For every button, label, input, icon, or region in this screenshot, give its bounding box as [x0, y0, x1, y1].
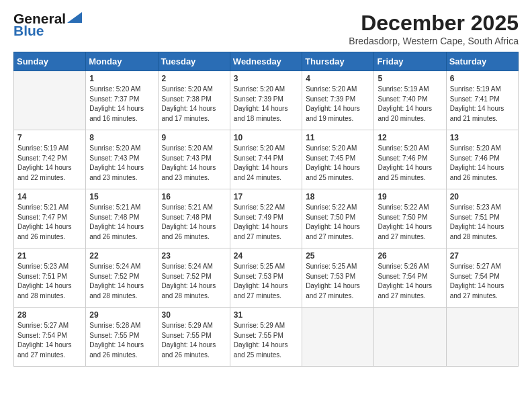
calendar-cell: 28Sunrise: 5:27 AM Sunset: 7:54 PM Dayli… — [14, 308, 86, 367]
day-header-tuesday: Tuesday — [158, 52, 230, 71]
calendar-cell: 11Sunrise: 5:20 AM Sunset: 7:45 PM Dayli… — [302, 130, 374, 189]
day-header-thursday: Thursday — [302, 52, 374, 71]
day-info: Sunrise: 5:28 AM Sunset: 7:55 PM Dayligh… — [89, 321, 154, 360]
calendar-week-3: 14Sunrise: 5:21 AM Sunset: 7:47 PM Dayli… — [14, 189, 519, 248]
day-info: Sunrise: 5:20 AM Sunset: 7:37 PM Dayligh… — [89, 85, 154, 124]
day-number: 20 — [450, 192, 515, 201]
svg-marker-0 — [67, 12, 82, 23]
day-info: Sunrise: 5:19 AM Sunset: 7:40 PM Dayligh… — [378, 85, 442, 124]
day-info: Sunrise: 5:20 AM Sunset: 7:39 PM Dayligh… — [234, 85, 298, 124]
day-info: Sunrise: 5:19 AM Sunset: 7:42 PM Dayligh… — [17, 144, 82, 183]
day-number: 10 — [234, 133, 298, 142]
day-info: Sunrise: 5:20 AM Sunset: 7:43 PM Dayligh… — [162, 144, 226, 183]
calendar-week-1: 1Sunrise: 5:20 AM Sunset: 7:37 PM Daylig… — [14, 71, 519, 130]
day-number: 21 — [17, 251, 82, 261]
calendar-cell: 16Sunrise: 5:21 AM Sunset: 7:48 PM Dayli… — [158, 189, 230, 248]
calendar-week-5: 28Sunrise: 5:27 AM Sunset: 7:54 PM Dayli… — [14, 308, 519, 367]
day-info: Sunrise: 5:25 AM Sunset: 7:53 PM Dayligh… — [306, 262, 370, 301]
calendar-cell — [302, 308, 374, 367]
day-header-monday: Monday — [86, 52, 158, 71]
day-header-sunday: Sunday — [14, 52, 86, 71]
calendar-cell: 18Sunrise: 5:22 AM Sunset: 7:50 PM Dayli… — [302, 189, 374, 248]
day-info: Sunrise: 5:20 AM Sunset: 7:38 PM Dayligh… — [162, 85, 226, 124]
page-header: General Blue December 2025 Bredasdorp, W… — [13, 11, 519, 46]
day-info: Sunrise: 5:20 AM Sunset: 7:44 PM Dayligh… — [234, 144, 298, 183]
calendar-cell: 2Sunrise: 5:20 AM Sunset: 7:38 PM Daylig… — [158, 71, 230, 130]
calendar-cell: 19Sunrise: 5:22 AM Sunset: 7:50 PM Dayli… — [374, 189, 446, 248]
calendar-cell: 17Sunrise: 5:22 AM Sunset: 7:49 PM Dayli… — [230, 189, 302, 248]
calendar-cell: 26Sunrise: 5:26 AM Sunset: 7:54 PM Dayli… — [374, 248, 446, 308]
day-info: Sunrise: 5:23 AM Sunset: 7:51 PM Dayligh… — [17, 262, 82, 301]
day-number: 18 — [306, 192, 370, 201]
day-number: 19 — [378, 192, 442, 201]
calendar-cell: 15Sunrise: 5:21 AM Sunset: 7:48 PM Dayli… — [86, 189, 158, 248]
day-number: 2 — [162, 74, 226, 83]
calendar-cell: 20Sunrise: 5:23 AM Sunset: 7:51 PM Dayli… — [446, 189, 518, 248]
calendar-cell — [374, 308, 446, 367]
day-number: 23 — [162, 251, 226, 261]
calendar-cell: 9Sunrise: 5:20 AM Sunset: 7:43 PM Daylig… — [158, 130, 230, 189]
month-title: December 2025 — [349, 11, 519, 36]
day-number: 11 — [306, 133, 370, 142]
logo-icon — [67, 12, 82, 23]
calendar-header-row: SundayMondayTuesdayWednesdayThursdayFrid… — [14, 52, 519, 71]
calendar-table: SundayMondayTuesdayWednesdayThursdayFrid… — [13, 52, 519, 367]
calendar-cell: 10Sunrise: 5:20 AM Sunset: 7:44 PM Dayli… — [230, 130, 302, 189]
day-info: Sunrise: 5:22 AM Sunset: 7:49 PM Dayligh… — [234, 203, 298, 242]
day-number: 5 — [378, 74, 442, 83]
day-number: 17 — [234, 192, 298, 201]
calendar-cell: 12Sunrise: 5:20 AM Sunset: 7:46 PM Dayli… — [374, 130, 446, 189]
calendar-cell: 24Sunrise: 5:25 AM Sunset: 7:53 PM Dayli… — [230, 248, 302, 308]
day-number: 26 — [378, 251, 442, 261]
day-info: Sunrise: 5:27 AM Sunset: 7:54 PM Dayligh… — [450, 262, 515, 301]
day-number: 24 — [234, 251, 298, 261]
day-number: 31 — [234, 310, 298, 320]
day-info: Sunrise: 5:29 AM Sunset: 7:55 PM Dayligh… — [234, 321, 298, 360]
calendar-cell: 1Sunrise: 5:20 AM Sunset: 7:37 PM Daylig… — [86, 71, 158, 130]
day-number: 6 — [450, 74, 515, 83]
calendar-week-4: 21Sunrise: 5:23 AM Sunset: 7:51 PM Dayli… — [14, 248, 519, 308]
day-number: 16 — [162, 192, 226, 201]
day-info: Sunrise: 5:22 AM Sunset: 7:50 PM Dayligh… — [306, 203, 370, 242]
day-number: 22 — [89, 251, 154, 261]
calendar-cell: 29Sunrise: 5:28 AM Sunset: 7:55 PM Dayli… — [86, 308, 158, 367]
day-header-wednesday: Wednesday — [230, 52, 302, 71]
day-header-saturday: Saturday — [446, 52, 518, 71]
calendar-cell: 30Sunrise: 5:29 AM Sunset: 7:55 PM Dayli… — [158, 308, 230, 367]
logo-blue: Blue — [13, 23, 44, 39]
day-number: 30 — [162, 310, 226, 320]
day-info: Sunrise: 5:21 AM Sunset: 7:48 PM Dayligh… — [162, 203, 226, 242]
calendar-cell: 21Sunrise: 5:23 AM Sunset: 7:51 PM Dayli… — [14, 248, 86, 308]
calendar-cell: 7Sunrise: 5:19 AM Sunset: 7:42 PM Daylig… — [14, 130, 86, 189]
calendar-cell: 3Sunrise: 5:20 AM Sunset: 7:39 PM Daylig… — [230, 71, 302, 130]
day-info: Sunrise: 5:24 AM Sunset: 7:52 PM Dayligh… — [162, 262, 226, 301]
logo: General Blue — [13, 11, 82, 39]
day-info: Sunrise: 5:22 AM Sunset: 7:50 PM Dayligh… — [378, 203, 442, 242]
day-number: 1 — [89, 74, 154, 83]
day-number: 27 — [450, 251, 515, 261]
calendar-cell: 6Sunrise: 5:19 AM Sunset: 7:41 PM Daylig… — [446, 71, 518, 130]
day-info: Sunrise: 5:27 AM Sunset: 7:54 PM Dayligh… — [17, 321, 82, 360]
calendar-cell: 23Sunrise: 5:24 AM Sunset: 7:52 PM Dayli… — [158, 248, 230, 308]
day-info: Sunrise: 5:26 AM Sunset: 7:54 PM Dayligh… — [378, 262, 442, 301]
day-number: 9 — [162, 133, 226, 142]
calendar-cell: 27Sunrise: 5:27 AM Sunset: 7:54 PM Dayli… — [446, 248, 518, 308]
calendar-cell: 5Sunrise: 5:19 AM Sunset: 7:40 PM Daylig… — [374, 71, 446, 130]
location: Bredasdorp, Western Cape, South Africa — [349, 36, 519, 46]
calendar-cell: 4Sunrise: 5:20 AM Sunset: 7:39 PM Daylig… — [302, 71, 374, 130]
calendar-cell: 8Sunrise: 5:20 AM Sunset: 7:43 PM Daylig… — [86, 130, 158, 189]
day-number: 29 — [89, 310, 154, 320]
day-info: Sunrise: 5:21 AM Sunset: 7:48 PM Dayligh… — [89, 203, 154, 242]
day-info: Sunrise: 5:20 AM Sunset: 7:43 PM Dayligh… — [89, 144, 154, 183]
day-number: 15 — [89, 192, 154, 201]
calendar-cell: 25Sunrise: 5:25 AM Sunset: 7:53 PM Dayli… — [302, 248, 374, 308]
calendar-cell — [14, 71, 86, 130]
day-info: Sunrise: 5:19 AM Sunset: 7:41 PM Dayligh… — [450, 85, 515, 124]
calendar-cell — [446, 308, 518, 367]
day-info: Sunrise: 5:29 AM Sunset: 7:55 PM Dayligh… — [162, 321, 226, 360]
day-number: 7 — [17, 133, 82, 142]
day-info: Sunrise: 5:20 AM Sunset: 7:45 PM Dayligh… — [306, 144, 370, 183]
calendar-body: 1Sunrise: 5:20 AM Sunset: 7:37 PM Daylig… — [14, 71, 519, 367]
calendar-cell: 31Sunrise: 5:29 AM Sunset: 7:55 PM Dayli… — [230, 308, 302, 367]
day-number: 8 — [89, 133, 154, 142]
